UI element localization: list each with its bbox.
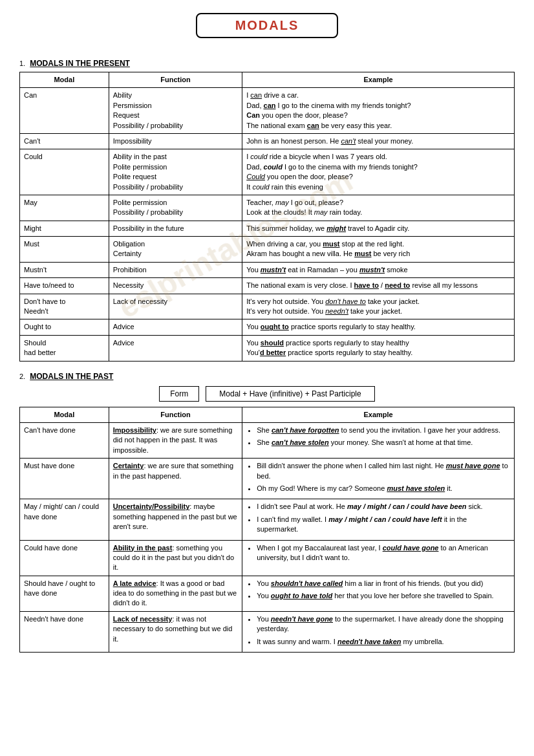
table-row: Must ObligationCertainty When driving a …: [20, 237, 515, 263]
function-cell: Lack of necessity: it was not necessary …: [109, 611, 242, 652]
formula-box: Modal + Have (infinitive) + Past Partici…: [206, 386, 374, 402]
function-cell: Prohibition: [109, 262, 242, 277]
table-row: Shouldhad better Advice You should pract…: [20, 335, 515, 361]
form-formula-row: Form Modal + Have (infinitive) + Past Pa…: [19, 386, 515, 402]
table-row: Needn't have done Lack of necessity: it …: [20, 611, 515, 652]
past-modals-table: Modal Function Example Can't have done I…: [19, 407, 515, 653]
modal-cell: Should have / ought to have done: [20, 576, 109, 611]
modal-cell: Must have done: [20, 459, 109, 499]
example-cell: You shouldn't have called him a liar in …: [242, 576, 515, 611]
modal-cell: Needn't have done: [20, 611, 109, 652]
table-row: Mustn't Prohibition You mustn't eat in R…: [20, 262, 515, 277]
function-cell: ObligationCertainty: [109, 237, 242, 263]
modal-cell: Ought to: [20, 319, 109, 335]
function-cell: Lack of necessity: [109, 294, 242, 319]
modal-cell: Could: [20, 149, 109, 195]
modal-cell: Might: [20, 221, 109, 236]
example-cell: I could ride a bicycle when I was 7 year…: [242, 149, 515, 195]
table-row: Could have done Ability in the past: som…: [20, 540, 515, 576]
example-cell: She can't have forgotten to send you the…: [242, 422, 515, 458]
section2-heading: MODALS IN THE PAST: [30, 372, 113, 381]
table-row: May Polite permissionPossibility / proba…: [20, 195, 515, 221]
table-row: Must have done Certainty: we are sure th…: [20, 459, 515, 499]
example-cell: John is an honest person. He can't steal…: [242, 133, 515, 149]
table-row: Can't Impossibility John is an honest pe…: [20, 133, 515, 149]
example-cell: When driving a car, you must stop at the…: [242, 237, 515, 263]
th-example-1: Example: [242, 72, 515, 88]
table-row: Have to/need to Necessity The national e…: [20, 278, 515, 294]
example-cell: You ought to practice sports regularly t…: [242, 319, 515, 335]
table-row: Don't have toNeedn't Lack of necessity I…: [20, 294, 515, 319]
table-row: Could Ability in the pastPolite permissi…: [20, 149, 515, 195]
function-cell: A late advice: It was a good or bad idea…: [109, 576, 242, 611]
example-cell: I can drive a car. Dad, can I go to the …: [242, 88, 515, 134]
example-cell: Teacher, may I go out, please? Look at t…: [242, 195, 515, 221]
function-cell: Ability in the past: something you could…: [109, 540, 242, 576]
function-cell: Impossibility: we are sure something did…: [109, 422, 242, 458]
th-example-2: Example: [242, 407, 515, 422]
modal-cell: Mustn't: [20, 262, 109, 277]
form-label-box: Form: [159, 386, 199, 402]
title-box: MODALS: [196, 13, 338, 38]
th-modal-1: Modal: [20, 72, 109, 88]
th-function-1: Function: [109, 72, 242, 88]
table-row: Can AbilityPersmissionRequestPossibility…: [20, 88, 515, 134]
function-cell: Necessity: [109, 278, 242, 294]
function-cell: Certainty: we are sure that something in…: [109, 459, 242, 499]
example-cell: Bill didn't answer the phone when I call…: [242, 459, 515, 499]
table-row: Ought to Advice You ought to practice sp…: [20, 319, 515, 335]
example-cell: You should practice sports regularly to …: [242, 335, 515, 361]
section1-heading: MODALS IN THE PRESENT: [30, 59, 130, 68]
function-cell: Uncertainty/Possibility: maybe something…: [109, 499, 242, 540]
page-title: MODALS: [235, 18, 299, 33]
present-modals-table: Modal Function Example Can AbilityPersmi…: [19, 72, 515, 362]
modal-cell: Must: [20, 237, 109, 263]
modal-cell: Don't have toNeedn't: [20, 294, 109, 319]
table-row: Can't have done Impossibility: we are su…: [20, 422, 515, 458]
example-cell: You needn't have gone to the supermarket…: [242, 611, 515, 652]
function-cell: Ability in the pastPolite permissionPoli…: [109, 149, 242, 195]
section1-number: 1.: [19, 59, 25, 67]
function-cell: Impossibility: [109, 133, 242, 149]
example-cell: You mustn't eat in Ramadan – you mustn't…: [242, 262, 515, 277]
modal-cell: Could have done: [20, 540, 109, 576]
modal-cell: Can: [20, 88, 109, 134]
table-row: Might Possibility in the future This sum…: [20, 221, 515, 236]
function-cell: Advice: [109, 319, 242, 335]
modal-cell: May / might/ can / could have done: [20, 499, 109, 540]
modal-cell: Shouldhad better: [20, 335, 109, 361]
function-cell: Polite permissionPossibility / probabili…: [109, 195, 242, 221]
function-cell: Possibility in the future: [109, 221, 242, 236]
modal-cell: Can't: [20, 133, 109, 149]
table-row: May / might/ can / could have done Uncer…: [20, 499, 515, 540]
th-function-2: Function: [109, 407, 242, 422]
modal-cell: Have to/need to: [20, 278, 109, 294]
example-cell: This summer holiday, we might travel to …: [242, 221, 515, 236]
function-cell: Advice: [109, 335, 242, 361]
example-cell: When I got my Baccalaureat last year, I …: [242, 540, 515, 576]
example-cell: The national exam is very close. I have …: [242, 278, 515, 294]
modal-cell: May: [20, 195, 109, 221]
table-row: Should have / ought to have done A late …: [20, 576, 515, 611]
modal-cell: Can't have done: [20, 422, 109, 458]
function-cell: AbilityPersmissionRequestPossibility / p…: [109, 88, 242, 134]
th-modal-2: Modal: [20, 407, 109, 422]
section2-number: 2.: [19, 373, 25, 380]
example-cell: I didn't see Paul at work. He may / migh…: [242, 499, 515, 540]
example-cell: It's very hot outside. You don't have to…: [242, 294, 515, 319]
